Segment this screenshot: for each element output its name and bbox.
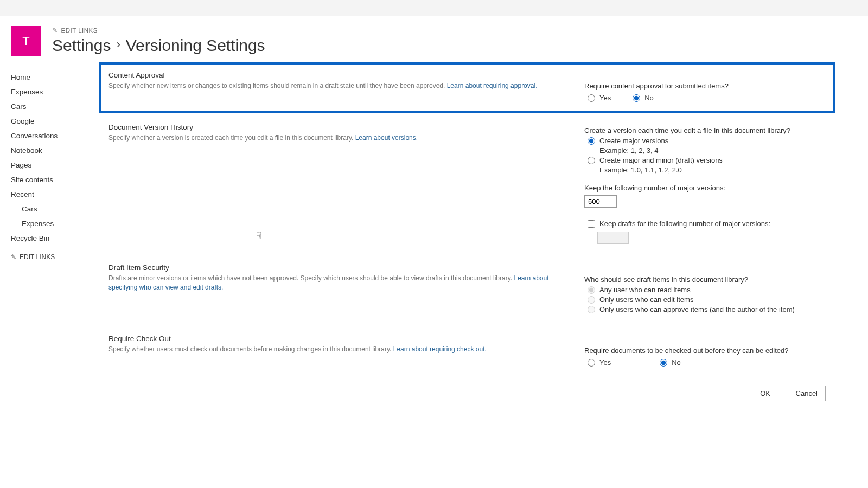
- draft-opt1-radio: [588, 286, 595, 294]
- create-major-label: Create major versions: [599, 137, 668, 145]
- create-major-radio[interactable]: [588, 137, 595, 145]
- content-approval-yes-radio[interactable]: [588, 94, 595, 102]
- buttons-row: OK Cancel: [99, 380, 835, 423]
- nav-expenses[interactable]: Expenses: [11, 85, 99, 99]
- nav-recent[interactable]: Recent: [11, 187, 99, 202]
- draft-opt2-label: Only users who can edit items: [599, 296, 693, 304]
- content-approval-no-label: No: [644, 94, 654, 102]
- draft-security-question: Who should see draft items in this docum…: [584, 275, 826, 284]
- nav-notebook[interactable]: Notebook: [11, 143, 99, 158]
- content-approval-learn-link[interactable]: Learn about requiring approval.: [447, 82, 538, 89]
- content-approval-question: Require content approval for submitted i…: [584, 82, 826, 90]
- version-history-learn-link[interactable]: Learn about versions.: [355, 134, 418, 142]
- suite-bar: [0, 0, 868, 16]
- version-history-desc-text: Specify whether a version is created eac…: [108, 134, 355, 142]
- checkout-question: Require documents to be checked out befo…: [584, 346, 826, 355]
- nav-recycle-bin[interactable]: Recycle Bin: [11, 231, 99, 246]
- nav-home[interactable]: Home: [11, 70, 99, 85]
- draft-security-title: Draft Item Security: [108, 264, 568, 272]
- content-approval-title: Content Approval: [108, 71, 568, 79]
- draft-security-desc: Drafts are minor versions or items which…: [108, 274, 568, 292]
- create-major-option[interactable]: Create major versions: [588, 137, 826, 145]
- checkout-no-radio[interactable]: [660, 359, 667, 367]
- version-history-question: Create a version each time you edit a fi…: [584, 126, 826, 134]
- page-title: Versioning Settings: [126, 36, 265, 55]
- content-approval-no-radio[interactable]: [633, 94, 640, 102]
- section-draft-security: Draft Item Security Drafts are minor ver…: [99, 256, 835, 327]
- draft-opt3-radio: [588, 306, 595, 313]
- page-header: T EDIT LINKS Settings › Versioning Setti…: [0, 16, 868, 59]
- site-logo-letter: T: [22, 34, 29, 48]
- content-approval-desc: Specify whether new items or changes to …: [108, 81, 568, 91]
- breadcrumb-caret-icon: ›: [116, 38, 120, 50]
- draft-opt1: Any user who can read items: [588, 286, 826, 294]
- nav-recent-cars[interactable]: Cars: [11, 202, 99, 216]
- site-logo[interactable]: T: [11, 26, 41, 56]
- edit-links-top-label: EDIT LINKS: [61, 27, 98, 34]
- checkout-yes-label: Yes: [599, 358, 611, 367]
- checkout-learn-link[interactable]: Learn about requiring check out.: [393, 345, 487, 353]
- nav-conversations[interactable]: Conversations: [11, 129, 99, 143]
- edit-links-bottom[interactable]: EDIT LINKS: [11, 246, 55, 261]
- content-approval-desc-text: Specify whether new items or changes to …: [108, 82, 447, 89]
- draft-opt2-radio: [588, 296, 595, 304]
- keep-major-input[interactable]: [584, 195, 617, 208]
- draft-security-desc-text: Drafts are minor versions or items which…: [108, 274, 514, 282]
- main-content: Content Approval Specify whether new ite…: [99, 59, 857, 423]
- checkout-yes-option[interactable]: Yes: [588, 358, 611, 367]
- version-history-title: Document Version History: [108, 123, 568, 131]
- checkout-desc: Specify whether users must check out doc…: [108, 345, 568, 354]
- checkout-no-option[interactable]: No: [660, 358, 681, 367]
- checkout-title: Require Check Out: [108, 335, 568, 343]
- pencil-icon: [52, 27, 58, 34]
- create-minor-example: Example: 1.0, 1.1, 1.2, 2.0: [599, 166, 826, 174]
- draft-opt2: Only users who can edit items: [588, 296, 826, 304]
- nav-site-contents[interactable]: Site contents: [11, 172, 99, 187]
- keep-drafts-option[interactable]: Keep drafts for the following number of …: [588, 220, 826, 228]
- section-checkout: Require Check Out Specify whether users …: [99, 327, 835, 380]
- content-approval-no-option[interactable]: No: [633, 94, 654, 102]
- content-approval-yes-option[interactable]: Yes: [588, 94, 611, 102]
- section-content-approval: Content Approval Specify whether new ite…: [99, 62, 835, 113]
- draft-opt3-label: Only users who can approve items (and th…: [599, 305, 795, 313]
- nav-pages[interactable]: Pages: [11, 158, 99, 172]
- keep-drafts-checkbox[interactable]: [588, 220, 595, 228]
- breadcrumb: Settings › Versioning Settings: [52, 36, 857, 55]
- nav-google[interactable]: Google: [11, 114, 99, 129]
- draft-opt1-label: Any user who can read items: [599, 286, 691, 294]
- keep-drafts-label: Keep drafts for the following number of …: [599, 220, 770, 228]
- draft-opt3: Only users who can approve items (and th…: [588, 305, 826, 313]
- breadcrumb-parent[interactable]: Settings: [52, 36, 111, 55]
- left-nav: Home Expenses Cars Google Conversations …: [11, 59, 99, 423]
- checkout-desc-text: Specify whether users must check out doc…: [108, 345, 393, 353]
- create-minor-option[interactable]: Create major and minor (draft) versions: [588, 156, 826, 164]
- edit-links-top[interactable]: EDIT LINKS: [52, 27, 98, 34]
- version-history-desc: Specify whether a version is created eac…: [108, 133, 568, 143]
- cancel-button[interactable]: Cancel: [788, 386, 826, 401]
- nav-recent-expenses[interactable]: Expenses: [11, 216, 99, 231]
- create-major-example: Example: 1, 2, 3, 4: [599, 146, 826, 155]
- content-approval-yes-label: Yes: [599, 94, 611, 102]
- keep-major-label: Keep the following number of major versi…: [584, 184, 826, 192]
- pencil-icon: [11, 253, 16, 261]
- create-minor-label: Create major and minor (draft) versions: [599, 156, 723, 164]
- create-minor-radio[interactable]: [588, 157, 595, 164]
- checkout-no-label: No: [672, 358, 681, 367]
- section-version-history: Document Version History Specify whether…: [99, 115, 835, 256]
- ok-button[interactable]: OK: [750, 386, 781, 401]
- nav-cars[interactable]: Cars: [11, 99, 99, 114]
- keep-drafts-input: [597, 232, 629, 244]
- checkout-yes-radio[interactable]: [588, 359, 595, 367]
- edit-links-bottom-label: EDIT LINKS: [20, 253, 55, 261]
